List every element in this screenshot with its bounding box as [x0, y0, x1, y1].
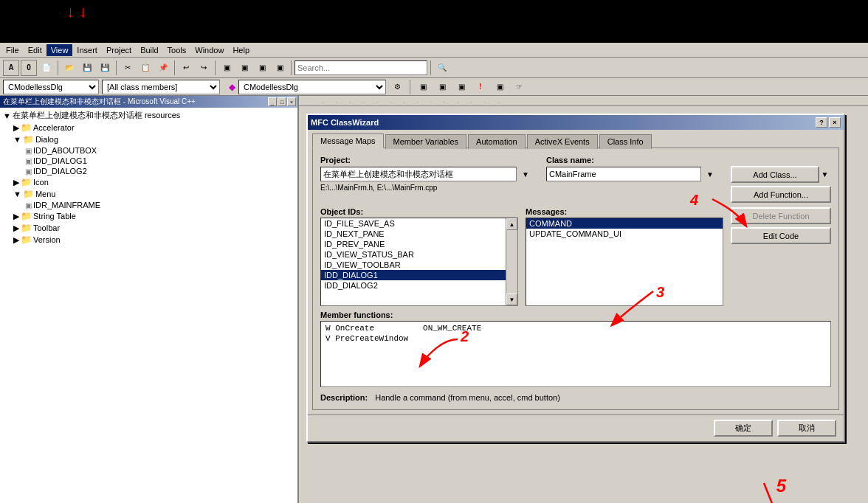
tab-activex-events[interactable]: ActiveX Events	[527, 134, 598, 149]
menu-project[interactable]: Project	[102, 44, 136, 56]
tree-icon[interactable]: ▶ 📁 Icon	[1, 176, 296, 188]
tab-message-maps[interactable]: Message Maps	[312, 133, 384, 148]
toolbar-btn-6[interactable]: ▣	[236, 60, 252, 76]
folder-icon-version: 📁	[21, 235, 32, 245]
list-item-toolbar[interactable]: ID_VIEW_TOOLBAR	[321, 260, 506, 270]
ok-button[interactable]: 确定	[714, 420, 773, 437]
menu-tools[interactable]: Tools	[163, 44, 191, 56]
edit-code-button[interactable]: Edit Code	[731, 227, 831, 244]
add-class-row: Add Class... ▼	[731, 166, 831, 183]
list-item-status-bar[interactable]: ID_VIEW_STATUS_BAR	[321, 249, 506, 260]
list-item-dialog2[interactable]: IDD_DIALOG2	[321, 280, 506, 291]
dialog-close-btn[interactable]: ×	[829, 117, 841, 128]
list-item-prev-pane[interactable]: ID_PREV_PANE	[321, 239, 506, 249]
description-value: Handle a command (from menu, accel, cmd …	[375, 393, 560, 402]
tree-dialog2[interactable]: ▣ IDD_DIALOG2	[1, 166, 296, 176]
menu-build[interactable]: Build	[136, 44, 162, 56]
cancel-button[interactable]: 取消	[777, 420, 836, 437]
menu-view[interactable]: View	[46, 44, 73, 56]
toolbar-search-input[interactable]	[294, 60, 427, 75]
member-item-oncreate[interactable]: W OnCreate ON_WM_CREATE	[323, 323, 829, 333]
tree-accelerator[interactable]: ▶ 📁 Accelerator	[1, 122, 296, 133]
dialog-help-btn[interactable]: ?	[816, 117, 827, 128]
class-btn-2[interactable]: ▣	[434, 79, 450, 95]
class-btn-4[interactable]: ▣	[492, 79, 508, 95]
classname-dropdown-btn[interactable]: ▼	[704, 166, 716, 182]
toolbar-btn-new[interactable]: 📄	[38, 60, 55, 76]
member-name-oncreate: OnCreate	[335, 324, 374, 333]
tab-automation[interactable]: Automation	[468, 134, 526, 149]
toolbar-btn-open[interactable]: 📂	[61, 60, 78, 76]
toolbar-btn-8[interactable]: ▣	[272, 60, 288, 76]
class-btn-excl[interactable]: !	[472, 79, 489, 95]
toolbar-btn-copy[interactable]: 📋	[137, 60, 154, 76]
method-dropdown[interactable]: CModellessDlg	[238, 80, 386, 94]
tree-menu[interactable]: ▼ 📁 Menu	[1, 188, 296, 200]
panel-title-text: 在菜单栏上创建模态和非模态对话框 - Microsoft Visual C++	[1, 97, 196, 107]
toolbar-btn-5[interactable]: ▣	[218, 60, 235, 76]
toolbar-btn-7[interactable]: ▣	[254, 60, 270, 76]
ruler: . . . . . . . . . . . . . .	[299, 96, 868, 106]
toolbar-btn-a[interactable]: A	[3, 60, 19, 76]
tab-class-info[interactable]: Class Info	[599, 134, 652, 149]
delete-function-button[interactable]: Delete Function	[731, 207, 831, 224]
class-btn-1[interactable]: ▣	[415, 79, 431, 95]
list-item-command[interactable]: COMMAND	[526, 218, 723, 229]
messages-list[interactable]: COMMAND UPDATE_COMMAND_UI	[526, 218, 723, 305]
class-btn-hand[interactable]: ☞	[511, 79, 527, 95]
tree-dialog1[interactable]: ▣ IDD_DIALOG1	[1, 156, 296, 166]
panel-minimize-btn[interactable]: _	[268, 97, 277, 106]
toolbar-btn-0[interactable]: 0	[21, 60, 37, 76]
menu-edit[interactable]: Edit	[24, 44, 46, 56]
project-input[interactable]	[320, 167, 517, 181]
tab-member-variables[interactable]: Member Variables	[385, 134, 466, 149]
ids-scroll-up[interactable]: ▲	[506, 218, 517, 230]
list-item-dialog1[interactable]: IDD_DIALOG1	[321, 270, 506, 280]
member-item-precreate[interactable]: V PreCreateWindow	[323, 333, 829, 344]
toolbar-btn-redo[interactable]: ↪	[196, 60, 212, 76]
class-toolbar: CModellessDlg [All class members] ◆ CMod…	[0, 78, 868, 96]
right-buttons-mid: Delete Function Edit Code	[731, 207, 831, 306]
toolbar-btn-save2[interactable]: 💾	[97, 60, 113, 76]
tree-toolbar[interactable]: ▶ 📁 Toolbar	[1, 222, 296, 234]
ids-scrollbar: ▲ ▼	[506, 218, 517, 305]
panel-close-btn[interactable]: ×	[287, 97, 296, 106]
menu-insert[interactable]: Insert	[72, 44, 102, 56]
ids-scroll-down[interactable]: ▼	[506, 294, 517, 305]
toolbar-btn-save[interactable]: 💾	[79, 60, 95, 76]
tree-mainframe[interactable]: ▣ IDR_MAINFRAME	[1, 200, 296, 210]
tree-version[interactable]: ▶ 📁 Version	[1, 234, 296, 246]
main-toolbar: A 0 📄 📂 💾 💾 ✂ 📋 📌 ↩ ↪ ▣ ▣ ▣ ▣ 🔍	[0, 58, 868, 78]
add-function-button[interactable]: Add Function...	[731, 186, 831, 203]
tree-root[interactable]: ▼ 在菜单栏上创建模态和非模态对话框 resources	[1, 109, 296, 122]
toolbar-sep-3	[174, 60, 175, 75]
tree-root-label: 在菜单栏上创建模态和非模态对话框 resources	[13, 110, 180, 121]
object-ids-list[interactable]: ID_FILE_SAVE_AS ID_NEXT_PANE ID_PREV_PAN…	[321, 218, 506, 305]
menu-window[interactable]: Window	[190, 44, 228, 56]
toolbar-btn-paste[interactable]: 📌	[155, 60, 171, 76]
class-dropdown[interactable]: CModellessDlg	[3, 80, 99, 94]
project-classname-row: Project: ▼ E:\...\MainFrm.h, E:\...\Main…	[320, 156, 831, 203]
list-item-update-command[interactable]: UPDATE_COMMAND_UI	[526, 229, 723, 239]
list-item-next-pane[interactable]: ID_NEXT_PANE	[321, 229, 506, 239]
menu-help[interactable]: Help	[228, 44, 254, 56]
class-btn-3[interactable]: ▣	[453, 79, 469, 95]
tree-expand-string: ▶	[13, 212, 19, 221]
tree-stringtable[interactable]: ▶ 📁 String Table	[1, 210, 296, 222]
project-dropdown-btn[interactable]: ▼	[520, 166, 531, 182]
toolbar-btn-9[interactable]: 🔍	[434, 60, 450, 76]
menu-file[interactable]: File	[1, 44, 24, 56]
add-class-button[interactable]: Add Class...	[731, 166, 819, 183]
filter-dropdown[interactable]: [All class members]	[102, 80, 220, 94]
list-item-save-as[interactable]: ID_FILE_SAVE_AS	[321, 218, 506, 229]
project-section: Project: ▼ E:\...\MainFrm.h, E:\...\Main…	[320, 156, 531, 203]
tree-aboutbox[interactable]: ▣ IDD_ABOUTBOX	[1, 145, 296, 156]
panel-maximize-btn[interactable]: □	[278, 97, 286, 106]
tree-dialog[interactable]: ▼ 📁 Dialog	[1, 133, 296, 145]
class-settings-btn[interactable]: ⚙	[389, 79, 405, 95]
member-spaces	[379, 324, 418, 333]
toolbar-btn-cut[interactable]: ✂	[120, 60, 136, 76]
add-class-dropdown[interactable]: ▼	[819, 166, 831, 183]
toolbar-btn-undo[interactable]: ↩	[178, 60, 194, 76]
classname-input[interactable]	[546, 167, 701, 181]
